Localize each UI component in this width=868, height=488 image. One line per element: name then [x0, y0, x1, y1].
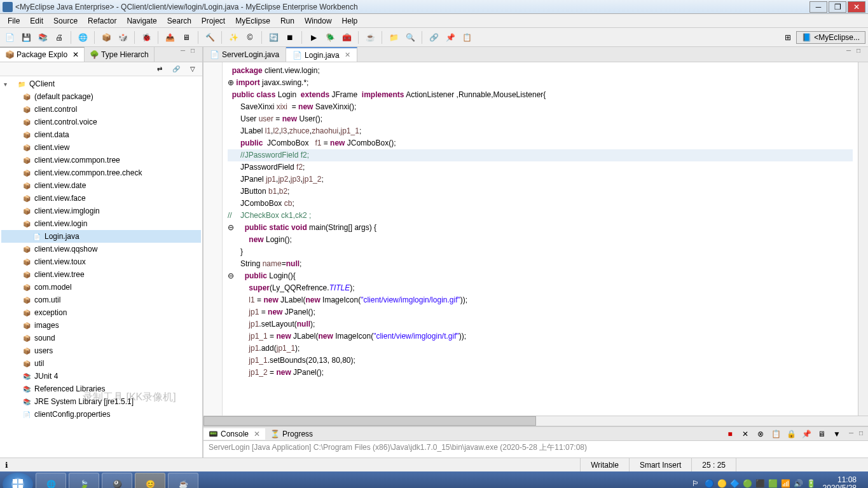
tree-item[interactable]: 📦com.model — [1, 281, 201, 294]
close-tab-icon[interactable]: ✕ — [345, 51, 350, 59]
remove-launch-button[interactable]: ✕ — [738, 427, 752, 441]
system-tray[interactable]: 🏳 🔵 🟡 🔷 🟢 ⬛ 🟩 📶 🔊 🔋 11:08 2020/5/28 — [687, 476, 865, 488]
chevron-down-icon[interactable]: ▾ — [1, 81, 9, 88]
scroll-lock-button[interactable]: 🔒 — [784, 427, 798, 441]
new-button[interactable]: 📄 — [3, 30, 17, 44]
remove-all-button[interactable]: ⊗ — [754, 427, 768, 441]
tray-battery-icon[interactable]: 🔋 — [806, 479, 816, 488]
tree-item[interactable]: 📦com.util — [1, 294, 201, 306]
tree-item[interactable]: 📦client.view — [1, 141, 201, 154]
tree-item[interactable]: 📚Referenced Libraries — [1, 383, 201, 395]
tab-type-hierarchy[interactable]: 🌳 Type Hierarch — [85, 47, 155, 62]
toggle-button[interactable]: 🔗 — [427, 30, 441, 44]
tree-item[interactable]: 📦users — [1, 344, 201, 357]
tree-item[interactable]: 📦sound — [1, 332, 201, 344]
search-button[interactable]: 🔍 — [403, 30, 417, 44]
tree-item[interactable]: 📦client.view.imglogin — [1, 205, 201, 217]
tree-item[interactable]: 📦(default package) — [1, 90, 201, 103]
tree-item[interactable]: 📦client.view.commpon.tree — [1, 154, 201, 166]
tree-item[interactable]: 📦util — [1, 357, 201, 370]
save-all-button[interactable]: 📚 — [36, 30, 50, 44]
horizontal-scrollbar[interactable] — [203, 416, 868, 426]
task-app3[interactable]: 😊 — [135, 473, 165, 488]
stop-button[interactable]: ⏹ — [283, 30, 297, 44]
menu-file[interactable]: File — [3, 15, 25, 27]
maximize-view-button[interactable]: □ — [191, 47, 200, 56]
view-menu-button[interactable]: ▽ — [186, 62, 200, 76]
minimize-editor-button[interactable]: ─ — [846, 47, 855, 56]
task-button[interactable]: 📋 — [460, 30, 474, 44]
clear-console-button[interactable]: 📋 — [769, 427, 783, 441]
scrollbar-thumb[interactable] — [203, 416, 536, 426]
launch-button[interactable]: 🌐 — [76, 30, 90, 44]
refresh-button[interactable]: 🔄 — [266, 30, 280, 44]
taskbar-clock[interactable]: 11:08 2020/5/28 — [819, 476, 860, 488]
editor-ruler[interactable] — [203, 62, 223, 416]
tray-icon-3[interactable]: 🔷 — [730, 479, 740, 488]
tree-item[interactable]: 📦client.view.login — [1, 217, 201, 230]
minimize-view-button[interactable]: ─ — [181, 47, 189, 56]
menu-navigate[interactable]: Navigate — [121, 15, 162, 27]
task-app2[interactable]: 🎱 — [102, 473, 132, 488]
save-button[interactable]: 💾 — [19, 30, 33, 44]
tray-icon-4[interactable]: 🟢 — [743, 479, 753, 488]
tree-item[interactable]: 📦client.view.qqshow — [1, 243, 201, 255]
maximize-editor-button[interactable]: □ — [857, 47, 865, 56]
build-button[interactable]: 🔨 — [203, 30, 217, 44]
deploy-button[interactable]: 📤 — [163, 30, 177, 44]
tab-console[interactable]: 📟 Console ✕ — [203, 428, 265, 440]
menu-project[interactable]: Project — [196, 15, 230, 27]
debug-button[interactable]: 🐞 — [139, 30, 153, 44]
vertical-scrollbar[interactable] — [858, 62, 868, 416]
minimize-button[interactable]: ─ — [809, 1, 827, 13]
start-button[interactable] — [3, 473, 33, 488]
tree-item[interactable]: 📦client.data — [1, 128, 201, 141]
tree-item[interactable]: 📦client.view.toux — [1, 255, 201, 268]
tray-volume-icon[interactable]: 🔊 — [794, 479, 804, 488]
tree-item[interactable]: 📦client.view.commpon.tree.check — [1, 166, 201, 179]
close-button[interactable]: ✕ — [848, 1, 865, 13]
editor-tab-serverlogin[interactable]: 📄 ServerLogin.java — [203, 47, 286, 62]
editor-tab-login[interactable]: 📄 Login.java ✕ — [286, 47, 357, 62]
tab-package-explorer[interactable]: 📦 Package Explo ✕ — [0, 47, 85, 62]
server-button[interactable]: 🖥 — [179, 30, 193, 44]
minimize-console-button[interactable]: ─ — [849, 430, 858, 438]
open-console-button[interactable]: ▼ — [830, 427, 844, 441]
task-ie[interactable]: 🌐 — [36, 473, 66, 488]
package-button[interactable]: 📦 — [99, 30, 113, 44]
tree-project[interactable]: ▾ 📁 QClient — [1, 78, 201, 90]
run-button[interactable]: ▶ — [307, 30, 320, 44]
tab-close-icon[interactable]: ✕ — [72, 50, 79, 59]
external-tools-button[interactable]: 🧰 — [340, 30, 354, 44]
tray-icon-5[interactable]: ⬛ — [755, 479, 766, 488]
tray-network-icon[interactable]: 📶 — [781, 479, 791, 488]
menu-window[interactable]: Window — [300, 15, 337, 27]
new-class-button[interactable]: © — [243, 30, 257, 44]
pin-button[interactable]: 📌 — [443, 30, 457, 44]
tree-item[interactable]: 📦exception — [1, 306, 201, 319]
task-java[interactable]: ☕ — [168, 473, 198, 488]
link-editor-button[interactable]: 🔗 — [169, 62, 183, 76]
open-type-button[interactable]: 📁 — [387, 30, 401, 44]
tab-progress[interactable]: ⏳ Progress — [265, 428, 318, 440]
tree-item[interactable]: 📦images — [1, 319, 201, 332]
package-tree[interactable]: ▾ 📁 QClient 📦(default package)📦client.co… — [0, 76, 202, 458]
new-wizard-button[interactable]: ✨ — [226, 30, 240, 44]
collapse-all-button[interactable]: ⇄ — [153, 62, 167, 76]
tray-icon-2[interactable]: 🟡 — [717, 479, 727, 488]
tree-item[interactable]: 📦client.view.date — [1, 179, 201, 192]
maximize-console-button[interactable]: □ — [859, 430, 868, 438]
tray-icon-6[interactable]: 🟩 — [768, 479, 778, 488]
display-button[interactable]: 🖥 — [815, 427, 829, 441]
tree-item[interactable]: 📚JRE System Library [jre1.5.1] — [1, 395, 201, 408]
tab-close-icon[interactable]: ✕ — [254, 430, 260, 438]
menu-edit[interactable]: Edit — [25, 15, 48, 27]
debug-run-button[interactable]: 🪲 — [323, 30, 337, 44]
print-button[interactable]: 🖨 — [52, 30, 66, 44]
menu-search[interactable]: Search — [162, 15, 196, 27]
tree-item[interactable]: 📦client.control.voice — [1, 116, 201, 128]
code-editor[interactable]: package client.view.login;⊕ import javax… — [223, 62, 858, 416]
tray-icon-1[interactable]: 🔵 — [705, 479, 715, 488]
tree-item[interactable]: 📦client.view.face — [1, 192, 201, 205]
cube-button[interactable]: 🎲 — [116, 30, 130, 44]
